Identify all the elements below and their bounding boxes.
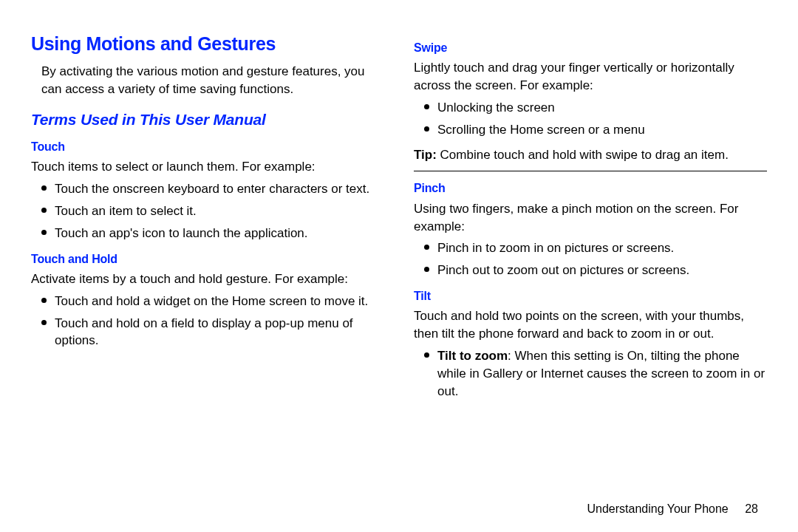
touch-hold-lead: Activate items by a touch and hold gestu… bbox=[31, 270, 384, 288]
swipe-list: Unlocking the screen Scrolling the Home … bbox=[414, 99, 767, 139]
swipe-tip: Tip: Combine touch and hold with swipe t… bbox=[414, 146, 767, 164]
list-item: Touch the onscreen keyboard to enter cha… bbox=[38, 180, 384, 198]
list-item: Pinch out to zoom out on pictures or scr… bbox=[421, 262, 767, 279]
list-item: Touch an app's icon to launch the applic… bbox=[38, 225, 384, 242]
tilt-heading: Tilt bbox=[414, 288, 767, 304]
swipe-lead: Lightly touch and drag your finger verti… bbox=[414, 59, 767, 95]
page-content: Using Motions and Gestures By activating… bbox=[0, 0, 798, 474]
section-heading: Using Motions and Gestures bbox=[31, 31, 384, 57]
pinch-list: Pinch in to zoom in on pictures or scree… bbox=[414, 239, 767, 279]
touch-heading: Touch bbox=[31, 139, 384, 155]
tip-label: Tip: bbox=[414, 148, 437, 162]
list-item: Scrolling the Home screen or a menu bbox=[421, 121, 767, 139]
tip-text: Combine touch and hold with swipe to dra… bbox=[437, 148, 729, 162]
list-item: Unlocking the screen bbox=[421, 99, 767, 117]
divider bbox=[414, 171, 767, 171]
tilt-lead: Touch and hold two points on the screen,… bbox=[414, 307, 767, 343]
list-item: Touch and hold on a field to display a p… bbox=[38, 315, 384, 350]
touch-hold-heading: Touch and Hold bbox=[31, 251, 384, 267]
intro-paragraph: By activating the various motion and ges… bbox=[41, 63, 384, 98]
left-column: Using Motions and Gestures By activating… bbox=[31, 31, 384, 452]
swipe-heading: Swipe bbox=[414, 40, 767, 56]
touch-list: Touch the onscreen keyboard to enter cha… bbox=[31, 180, 384, 242]
subsection-heading: Terms Used in This User Manual bbox=[31, 109, 384, 130]
list-item: Touch an item to select it. bbox=[38, 202, 384, 220]
pinch-lead: Using two fingers, make a pinch motion o… bbox=[414, 200, 767, 236]
right-column: Swipe Lightly touch and drag your finger… bbox=[414, 31, 767, 452]
tilt-bullet-label: Tilt to zoom bbox=[437, 349, 508, 363]
tilt-list: Tilt to zoom: When this setting is On, t… bbox=[414, 347, 767, 400]
list-item: Pinch in to zoom in on pictures or scree… bbox=[421, 239, 767, 257]
list-item: Tilt to zoom: When this setting is On, t… bbox=[421, 347, 767, 400]
list-item: Touch and hold a widget on the Home scre… bbox=[38, 293, 384, 310]
pinch-heading: Pinch bbox=[414, 180, 767, 197]
page-footer: Understanding Your Phone 28 bbox=[587, 502, 758, 516]
footer-section: Understanding Your Phone bbox=[587, 502, 728, 515]
footer-page-number: 28 bbox=[745, 502, 758, 515]
touch-hold-list: Touch and hold a widget on the Home scre… bbox=[31, 293, 384, 349]
touch-lead: Touch items to select or launch them. Fo… bbox=[31, 158, 384, 176]
